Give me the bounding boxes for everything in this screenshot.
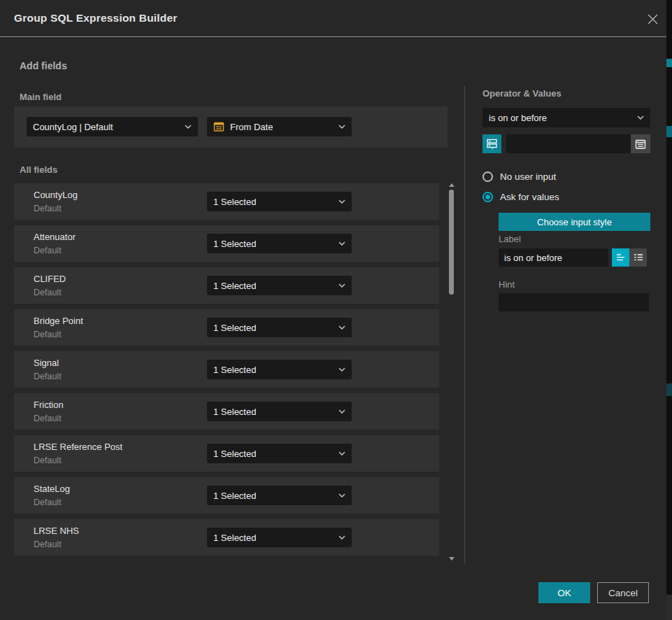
list-icon — [634, 253, 643, 262]
field-name: CountyLog — [34, 190, 78, 200]
field-name: StateLog — [34, 484, 70, 494]
field-name: Signal — [34, 358, 59, 368]
dialog-titlebar: Group SQL Expression Builder — [0, 0, 666, 37]
operator-values-heading: Operator & Values — [482, 88, 562, 99]
radio-on-icon — [482, 192, 493, 202]
radio-ask-for-values[interactable]: Ask for values — [482, 192, 559, 202]
list-scrollbar[interactable] — [447, 181, 457, 563]
field-name: LRSE NHS — [34, 526, 79, 536]
chevron-down-icon — [338, 283, 345, 288]
layer-select-value: CountyLog | Default — [33, 122, 113, 132]
align-left-toggle[interactable] — [612, 248, 629, 267]
field-name: LRSE Reference Post — [34, 442, 122, 452]
hint-input[interactable] — [499, 293, 649, 311]
group-sql-expression-builder-dialog: Group SQL Expression Builder Add fields … — [0, 0, 666, 620]
field-select-value: From Date — [230, 122, 273, 132]
close-button[interactable] — [644, 10, 661, 27]
all-fields-list: CountyLog Default 1 Selected Attenuator … — [14, 183, 439, 561]
chevron-down-icon — [338, 367, 345, 372]
chevron-down-icon — [637, 115, 644, 120]
dialog-title: Group SQL Expression Builder — [14, 12, 178, 24]
row-selection-select[interactable]: 1 Selected — [207, 192, 352, 211]
list-toggle[interactable] — [629, 248, 647, 267]
row-selection-select[interactable]: 1 Selected — [207, 528, 352, 547]
radio-no-user-input[interactable]: No user input — [482, 171, 556, 182]
field-subtitle: Default — [34, 540, 62, 549]
background-fragment — [666, 383, 672, 396]
ok-button[interactable]: OK — [538, 582, 590, 603]
field-row: Signal Default 1 Selected — [14, 351, 439, 388]
scroll-up-icon[interactable] — [449, 183, 455, 187]
row-selection-select[interactable]: 1 Selected — [207, 234, 352, 253]
all-fields-heading: All fields — [20, 164, 57, 175]
label-input[interactable] — [499, 248, 608, 267]
field-select[interactable]: From Date — [207, 117, 352, 136]
row-selection-select[interactable]: 1 Selected — [207, 318, 352, 337]
align-left-icon — [616, 253, 626, 262]
panel-divider — [464, 86, 465, 563]
label-label: Label — [499, 234, 521, 244]
background-fragment — [666, 595, 672, 620]
chevron-down-icon — [338, 199, 345, 204]
row-selection-select[interactable]: 1 Selected — [207, 276, 352, 295]
chevron-down-icon — [338, 241, 345, 246]
field-subtitle: Default — [34, 204, 62, 213]
row-selection-select[interactable]: 1 Selected — [207, 486, 352, 505]
chevron-down-icon — [338, 451, 345, 456]
field-row: Friction Default 1 Selected — [14, 393, 439, 430]
field-subtitle: Default — [34, 498, 62, 507]
field-subtitle: Default — [34, 372, 62, 381]
date-picker-button[interactable] — [631, 134, 650, 153]
scroll-down-icon[interactable] — [449, 557, 455, 561]
row-selection-select[interactable]: 1 Selected — [207, 360, 352, 379]
field-name: CLIFED — [34, 274, 66, 284]
row-selection-select[interactable]: 1 Selected — [207, 444, 352, 463]
main-field-box: CountyLog | Default From Date — [14, 106, 448, 148]
value-input[interactable] — [506, 134, 631, 153]
add-fields-heading: Add fields — [20, 60, 67, 71]
hint-label: Hint — [499, 279, 515, 290]
main-field-heading: Main field — [20, 92, 62, 102]
layer-select[interactable]: CountyLog | Default — [27, 117, 198, 136]
scrollbar-thumb[interactable] — [449, 190, 454, 295]
operator-select[interactable]: is on or before — [482, 108, 650, 127]
cancel-button[interactable]: Cancel — [597, 582, 649, 603]
field-subtitle: Default — [34, 288, 62, 297]
field-name: Attenuator — [34, 232, 76, 242]
calendar-icon — [635, 139, 646, 150]
operator-value: is on or before — [489, 113, 547, 123]
field-subtitle: Default — [34, 456, 62, 465]
chevron-down-icon — [338, 535, 345, 540]
background-fragment — [666, 59, 672, 67]
calendar-icon — [213, 121, 224, 132]
field-row: CLIFED Default 1 Selected — [14, 267, 439, 304]
field-subtitle: Default — [34, 414, 62, 423]
close-icon — [647, 13, 659, 25]
background-fragment — [666, 126, 672, 137]
chevron-down-icon — [338, 493, 345, 498]
field-row: LRSE NHS Default 1 Selected — [14, 519, 439, 556]
field-row: LRSE Reference Post Default 1 Selected — [14, 435, 439, 472]
background-app-sliver — [666, 0, 672, 620]
field-subtitle: Default — [34, 330, 62, 339]
field-name: Friction — [34, 400, 64, 410]
chevron-down-icon — [185, 125, 192, 129]
value-source-button[interactable] — [482, 134, 501, 153]
input-source-icon — [486, 138, 498, 150]
chevron-down-icon — [338, 409, 345, 414]
value-row — [482, 134, 650, 153]
field-row: StateLog Default 1 Selected — [14, 477, 439, 514]
field-row: Bridge Point Default 1 Selected — [14, 309, 439, 346]
field-name: Bridge Point — [34, 316, 83, 326]
chevron-down-icon — [338, 125, 345, 129]
choose-input-style-button[interactable]: Choose input style — [499, 213, 650, 231]
row-selection-select[interactable]: 1 Selected — [207, 402, 352, 421]
chevron-down-icon — [338, 325, 345, 330]
radio-off-icon — [482, 171, 493, 182]
screen: Group SQL Expression Builder Add fields … — [0, 0, 672, 620]
field-subtitle: Default — [34, 246, 62, 255]
field-row: Attenuator Default 1 Selected — [14, 225, 439, 262]
field-row: CountyLog Default 1 Selected — [14, 183, 439, 220]
